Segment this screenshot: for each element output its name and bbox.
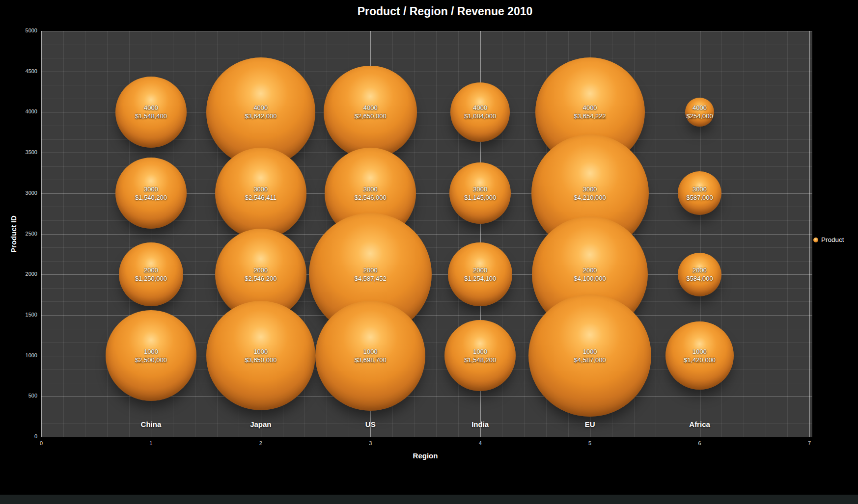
bubble-label-africa-2000: 2000$584,000 bbox=[686, 266, 713, 283]
chart-title[interactable]: Product / Region / Revenue 2010 bbox=[41, 5, 829, 18]
bubble-label-japan-3000: 3000$2,546,411 bbox=[245, 185, 277, 202]
gridline-major bbox=[809, 31, 810, 437]
bubble-label-us-4000: 4000$2,650,000 bbox=[355, 104, 387, 120]
bubble-label-eu-2000: 2000$4,100,000 bbox=[574, 266, 606, 283]
bubble-label-india-1000: 1000$1,548,200 bbox=[464, 347, 496, 364]
x-tick-label: 0 bbox=[31, 440, 51, 446]
bubble-label-eu-1000: 1000$4,587,000 bbox=[574, 347, 606, 364]
bubble-label-africa-1000: 1000$1,420,000 bbox=[684, 347, 716, 364]
legend[interactable]: Product bbox=[813, 236, 844, 243]
x-tick-label: 2 bbox=[251, 440, 271, 446]
window-edge-strip bbox=[0, 495, 858, 504]
bubble-label-us-1000: 1000$3,698,700 bbox=[355, 347, 387, 364]
x-axis-line bbox=[41, 437, 812, 437]
legend-bubble-icon bbox=[813, 238, 818, 242]
bubble-label-india-4000: 4000$1,084,000 bbox=[464, 104, 496, 120]
bubble-label-us-2000: 2000$4,587,452 bbox=[355, 266, 387, 283]
x-tick-label: 7 bbox=[800, 440, 819, 446]
y-tick-label: 3500 bbox=[0, 149, 37, 155]
bubble-label-china-2000: 2000$1,250,000 bbox=[135, 266, 167, 283]
y-tick-label: 4000 bbox=[0, 108, 37, 114]
bubble-label-japan-4000: 4000$3,642,000 bbox=[245, 104, 277, 120]
y-axis-line bbox=[41, 31, 42, 437]
region-label-us: US bbox=[365, 420, 376, 428]
gridline-major bbox=[41, 153, 812, 153]
region-label-india: India bbox=[471, 420, 489, 428]
y-tick-label: 2500 bbox=[0, 231, 37, 237]
bubble-label-japan-1000: 1000$3,650,000 bbox=[245, 347, 277, 364]
bubble-label-japan-2000: 2000$2,546,200 bbox=[245, 266, 277, 283]
bubble-label-india-2000: 2000$1,254,100 bbox=[464, 266, 496, 283]
y-tick-label: 1500 bbox=[0, 312, 37, 318]
x-axis-title[interactable]: Region bbox=[41, 451, 809, 460]
gridline-major bbox=[41, 31, 812, 31]
y-tick-label: 3000 bbox=[0, 190, 37, 196]
region-label-japan: Japan bbox=[250, 420, 271, 428]
bubble-chart-canvas: Product / Region / Revenue 2010 4000$1,5… bbox=[0, 0, 858, 504]
bubble-label-china-1000: 1000$2,500,000 bbox=[135, 347, 167, 364]
gridline-minor bbox=[41, 45, 812, 45]
x-tick-label: 1 bbox=[141, 440, 161, 446]
bubble-label-china-3000: 3000$1,540,200 bbox=[135, 185, 167, 202]
x-tick-label: 3 bbox=[360, 440, 380, 446]
bubble-label-eu-4000: 4000$3,654,222 bbox=[574, 104, 606, 120]
y-tick-label: 2000 bbox=[0, 271, 37, 277]
y-tick-label: 1000 bbox=[0, 352, 37, 358]
gridline-minor bbox=[41, 410, 812, 410]
bubble-label-us-3000: 3000$2,546,000 bbox=[355, 185, 387, 202]
gridline-major bbox=[41, 72, 812, 72]
bubble-label-china-4000: 4000$1,548,400 bbox=[135, 104, 167, 120]
gridline-minor bbox=[41, 58, 812, 58]
region-label-eu: EU bbox=[585, 420, 595, 428]
bubble-label-india-3000: 3000$1,145,000 bbox=[464, 185, 496, 202]
x-tick-label: 5 bbox=[580, 440, 600, 446]
y-tick-label: 5000 bbox=[0, 27, 37, 33]
x-tick-label: 6 bbox=[690, 440, 710, 446]
y-axis-title[interactable]: Product ID bbox=[9, 215, 18, 253]
gridline-major bbox=[41, 234, 812, 235]
bubble-label-africa-4000: 4000$254,000 bbox=[686, 104, 713, 120]
bubble-label-africa-3000: 3000$587,000 bbox=[686, 185, 713, 202]
region-label-china: China bbox=[141, 420, 162, 428]
x-tick-label: 4 bbox=[471, 440, 490, 446]
y-tick-label: 500 bbox=[0, 393, 37, 398]
legend-label: Product bbox=[821, 236, 844, 243]
bubble-label-eu-3000: 3000$4,210,000 bbox=[574, 185, 606, 202]
region-label-africa: Africa bbox=[689, 420, 710, 428]
y-tick-label: 4500 bbox=[0, 68, 37, 74]
y-tick-label: 0 bbox=[0, 433, 37, 439]
